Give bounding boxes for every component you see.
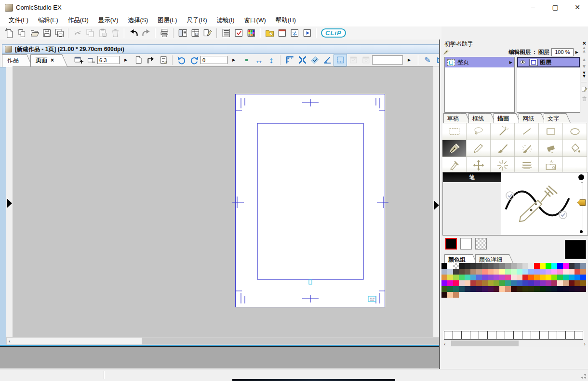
palette-color[interactable] <box>494 275 499 280</box>
palette-color[interactable] <box>499 280 505 286</box>
palette-color[interactable] <box>575 280 580 286</box>
delete-layer-icon[interactable] <box>581 95 588 103</box>
palette-color[interactable] <box>470 280 476 286</box>
palette-color[interactable] <box>447 280 453 286</box>
float-window-button[interactable] <box>276 27 288 39</box>
menu-i[interactable]: 滤镜(I) <box>212 15 240 26</box>
palette-color[interactable] <box>499 269 505 275</box>
resize-grip[interactable] <box>581 374 586 379</box>
palette-color[interactable] <box>534 275 540 280</box>
palette-color[interactable] <box>488 275 494 280</box>
palette-color[interactable] <box>482 263 488 269</box>
current-color-swatch[interactable] <box>565 240 586 259</box>
tool-pen[interactable] <box>442 140 467 157</box>
palette-color[interactable] <box>557 275 563 280</box>
clip-logo-button[interactable]: CLiP <box>319 27 346 39</box>
new-page-button[interactable] <box>3 27 15 39</box>
tool-pencil[interactable] <box>467 140 491 157</box>
swatch-slot[interactable] <box>496 331 505 340</box>
palette-color[interactable] <box>580 263 586 269</box>
palette-color[interactable] <box>534 263 540 269</box>
ruler-angle-button[interactable] <box>321 54 334 66</box>
menu-l[interactable]: 图层(L) <box>153 15 182 26</box>
palette-color[interactable] <box>499 286 505 292</box>
ruler-corner-button[interactable] <box>283 54 296 66</box>
palette-color[interactable] <box>517 275 522 280</box>
story-editor-button[interactable] <box>176 27 189 39</box>
palette-color[interactable] <box>476 275 482 280</box>
tool-move[interactable] <box>467 157 491 173</box>
move-bottom-icon[interactable]: ▼▼ <box>581 71 588 78</box>
palette-color[interactable] <box>551 269 557 275</box>
palette-color[interactable] <box>528 263 534 269</box>
palette-color[interactable] <box>522 275 528 280</box>
palette-color[interactable] <box>459 280 465 286</box>
palette-color[interactable] <box>569 280 575 286</box>
ruler-preset-combo[interactable] <box>372 55 403 65</box>
palette-scroll-thumb[interactable] <box>451 341 519 346</box>
move-up-icon[interactable]: ▲ <box>581 57 588 62</box>
palette-color[interactable] <box>517 286 522 292</box>
slider-track[interactable] <box>581 182 583 229</box>
move-top-icon[interactable]: ▲▲ <box>581 46 588 53</box>
fit-plus-button[interactable] <box>72 54 85 66</box>
action-palette-button[interactable] <box>232 27 245 39</box>
palette-color[interactable] <box>522 263 528 269</box>
palette-color[interactable] <box>459 269 465 275</box>
menu-s[interactable]: 选择(S) <box>123 15 153 26</box>
palette-color[interactable] <box>575 286 580 292</box>
palette-color[interactable] <box>482 269 488 275</box>
undo-button[interactable] <box>127 27 140 39</box>
expand-right-panel-arrow[interactable] <box>434 200 439 210</box>
dot-button[interactable] <box>240 54 253 66</box>
swatch-slot[interactable] <box>514 331 522 340</box>
slider-handle[interactable] <box>577 199 586 206</box>
palette-color[interactable] <box>476 263 482 269</box>
palette-scroll-right[interactable]: › <box>584 341 586 347</box>
swatch-slot[interactable] <box>566 331 575 340</box>
palette-color[interactable] <box>540 269 546 275</box>
opacity-expand-arrow[interactable]: ▶ <box>575 50 578 54</box>
palette-color[interactable] <box>575 263 580 269</box>
foreground-color-white[interactable] <box>460 238 472 250</box>
palette-color[interactable] <box>575 269 580 275</box>
palette-color[interactable] <box>540 263 546 269</box>
category-tab[interactable]: 草稿 <box>443 113 466 124</box>
close-button[interactable]: ✕ <box>566 0 588 14</box>
palette-color[interactable] <box>465 286 470 292</box>
palette-color[interactable] <box>569 275 575 280</box>
minimize-button[interactable]: – <box>522 0 544 14</box>
color-palette-button[interactable] <box>245 27 257 39</box>
palette-color[interactable] <box>569 263 575 269</box>
swatch-slot[interactable] <box>557 331 566 340</box>
palette-color[interactable] <box>540 275 546 280</box>
palette-color[interactable] <box>441 269 447 275</box>
tool-ellipse[interactable] <box>563 123 587 140</box>
page-layer-row[interactable]: 整页 ▶ <box>445 57 514 67</box>
pen-size-slider[interactable] <box>577 174 586 234</box>
palette-color[interactable] <box>551 280 557 286</box>
palette-scroll-left[interactable]: ‹ <box>444 341 446 347</box>
palette-color[interactable] <box>575 275 580 280</box>
fit-minus-button[interactable] <box>85 54 97 66</box>
swatch-slot[interactable] <box>531 331 540 340</box>
palette-color[interactable] <box>447 292 453 298</box>
palette-color[interactable] <box>459 286 465 292</box>
tool-eyedropper[interactable] <box>442 157 467 173</box>
palette-color[interactable] <box>465 275 470 280</box>
palette-color[interactable] <box>447 269 453 275</box>
palette-color[interactable] <box>528 269 534 275</box>
tool-brush[interactable] <box>491 140 515 157</box>
swatch-slot[interactable] <box>522 331 531 340</box>
palette-color[interactable] <box>569 269 575 275</box>
palette-color[interactable] <box>482 280 488 286</box>
scroll-left-arrow[interactable]: ‹ <box>9 338 11 344</box>
swatch-slot[interactable] <box>548 331 557 340</box>
palette-color[interactable] <box>563 286 569 292</box>
palette-color[interactable] <box>557 280 563 286</box>
tool-line[interactable] <box>515 123 539 140</box>
palette-color[interactable] <box>522 286 528 292</box>
swatch-slot[interactable] <box>479 331 488 340</box>
category-tab[interactable]: 描画 <box>494 113 516 124</box>
palette-color[interactable] <box>488 263 494 269</box>
